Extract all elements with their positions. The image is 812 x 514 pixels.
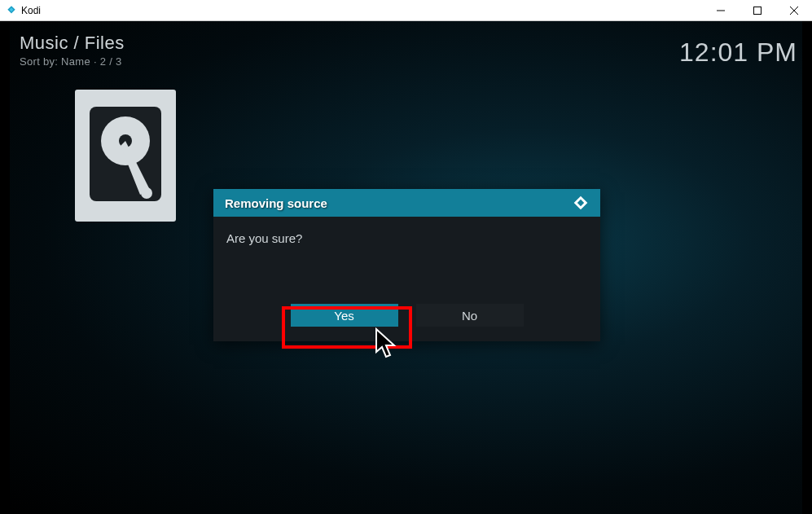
- dialog-header: Removing source: [213, 189, 600, 217]
- svg-point-7: [141, 187, 152, 199]
- svg-rect-1: [753, 7, 761, 14]
- dialog-title: Removing source: [225, 196, 327, 210]
- breadcrumb: Music / Files: [20, 33, 125, 54]
- dialog-body: Are you sure? Yes No: [213, 217, 600, 341]
- media-source-tile[interactable]: [75, 90, 176, 222]
- left-border: [0, 21, 10, 514]
- right-border: [802, 21, 812, 514]
- window-controls: [702, 0, 812, 20]
- close-button[interactable]: [775, 0, 812, 20]
- dialog-message: Are you sure?: [226, 231, 587, 245]
- kodi-app: Music / Files Sort by: Name · 2 / 3 12:0…: [0, 21, 812, 514]
- maximize-button[interactable]: [739, 0, 775, 20]
- minimize-button[interactable]: [702, 0, 739, 20]
- dialog-actions: Yes No: [226, 304, 587, 330]
- kodi-logo-icon: [573, 195, 589, 211]
- window-titlebar: Kodi: [0, 0, 812, 21]
- confirm-dialog: Removing source Are you sure? Yes No: [213, 189, 600, 341]
- yes-button[interactable]: Yes: [291, 304, 398, 327]
- sort-info: Sort by: Name · 2 / 3: [20, 55, 122, 68]
- clock: 12:01 PM: [679, 37, 797, 68]
- no-button[interactable]: No: [416, 304, 524, 327]
- kodi-app-icon: [5, 4, 18, 17]
- hard-disk-icon: [88, 105, 163, 206]
- window-title: Kodi: [21, 5, 41, 16]
